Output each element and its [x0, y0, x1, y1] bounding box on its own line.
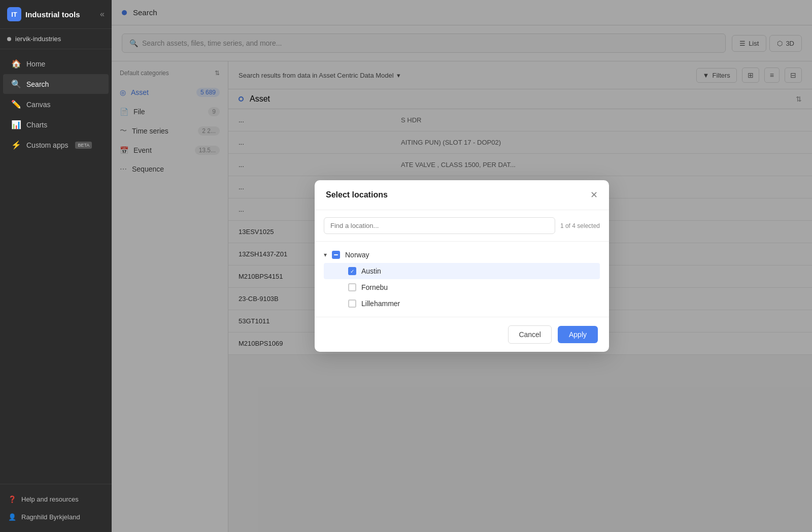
help-resources-item[interactable]: ❓ Help and resources — [0, 490, 112, 508]
location-search-input[interactable] — [324, 217, 555, 234]
select-locations-modal: Select locations ✕ 1 of 4 selected ▾ Nor… — [315, 180, 609, 352]
workspace-item[interactable]: iervik-industries — [0, 29, 112, 49]
nav-custom-apps-label: Custom apps — [26, 141, 68, 149]
location-child-fornebu[interactable]: Fornebu — [348, 279, 600, 295]
lillehammer-checkbox[interactable] — [348, 300, 356, 308]
home-icon: 🏠 — [11, 59, 21, 69]
modal-search-area: 1 of 4 selected — [315, 210, 609, 242]
charts-icon: 📊 — [11, 120, 21, 129]
sidebar-item-custom-apps[interactable]: ⚡ Custom apps BETA — [3, 135, 109, 155]
norway-label: Norway — [345, 251, 369, 259]
chevron-expand-button[interactable]: ▾ — [324, 251, 327, 258]
help-label: Help and resources — [21, 495, 79, 503]
app-logo: IT Industrial tools — [7, 7, 80, 21]
user-item[interactable]: 👤 Ragnhild Byrkjeland — [0, 508, 112, 526]
fornebu-checkbox[interactable] — [348, 283, 356, 291]
workspace-dot — [7, 37, 11, 41]
lillehammer-label: Lillehammer — [361, 300, 400, 308]
modal-close-button[interactable]: ✕ — [590, 189, 598, 201]
help-icon: ❓ — [8, 495, 16, 503]
sidebar-item-canvas[interactable]: ✏️ Canvas — [3, 94, 109, 114]
austin-label: Austin — [361, 267, 381, 275]
search-icon: 🔍 — [11, 79, 21, 89]
workspace-label: iervik-industries — [15, 35, 61, 43]
app-title: Industrial tools — [25, 10, 80, 19]
nav-search-label: Search — [26, 80, 49, 88]
selected-count: 1 of 4 selected — [560, 222, 600, 229]
modal-title: Select locations — [326, 190, 388, 200]
sidebar: IT Industrial tools « iervik-industries … — [0, 0, 112, 532]
sidebar-footer: ❓ Help and resources 👤 Ragnhild Byrkjela… — [0, 484, 112, 532]
modal-overlay: Select locations ✕ 1 of 4 selected ▾ Nor… — [112, 0, 812, 532]
canvas-icon: ✏️ — [11, 99, 21, 109]
modal-footer: Cancel Apply — [315, 317, 609, 352]
apply-button[interactable]: Apply — [558, 326, 598, 343]
sidebar-header: IT Industrial tools « — [0, 0, 112, 29]
user-label: Ragnhild Byrkjeland — [21, 513, 80, 521]
beta-badge: BETA — [75, 142, 92, 149]
fornebu-label: Fornebu — [361, 283, 388, 291]
sidebar-item-charts[interactable]: 📊 Charts — [3, 115, 109, 135]
location-child-austin[interactable]: ✓ Austin — [324, 263, 600, 279]
main-content: Search 🔍 Search assets, files, time seri… — [112, 0, 812, 532]
nav-charts-label: Charts — [26, 121, 47, 129]
cancel-button[interactable]: Cancel — [508, 325, 552, 344]
children-list: ✓ Austin Fornebu Lillehammer — [324, 263, 600, 312]
modal-header: Select locations ✕ — [315, 180, 609, 210]
sidebar-item-home[interactable]: 🏠 Home — [3, 54, 109, 74]
location-parent-norway: ▾ Norway — [324, 247, 600, 263]
custom-apps-icon: ⚡ — [11, 140, 21, 150]
nav-home-label: Home — [26, 60, 45, 68]
modal-body: ▾ Norway ✓ Austin — [315, 242, 609, 317]
sidebar-item-search[interactable]: 🔍 Search — [3, 74, 109, 94]
sidebar-nav: 🏠 Home 🔍 Search ✏️ Canvas 📊 Charts ⚡ Cus… — [0, 49, 112, 484]
checkmark-icon: ✓ — [350, 269, 354, 274]
user-icon: 👤 — [8, 513, 16, 521]
nav-canvas-label: Canvas — [26, 101, 50, 109]
location-group-norway: ▾ Norway ✓ Austin — [315, 247, 609, 312]
austin-checkbox[interactable]: ✓ — [348, 267, 356, 275]
sidebar-collapse-button[interactable]: « — [100, 10, 105, 19]
location-child-lillehammer[interactable]: Lillehammer — [348, 295, 600, 312]
logo-icon: IT — [7, 7, 21, 21]
norway-checkbox[interactable] — [332, 251, 340, 259]
